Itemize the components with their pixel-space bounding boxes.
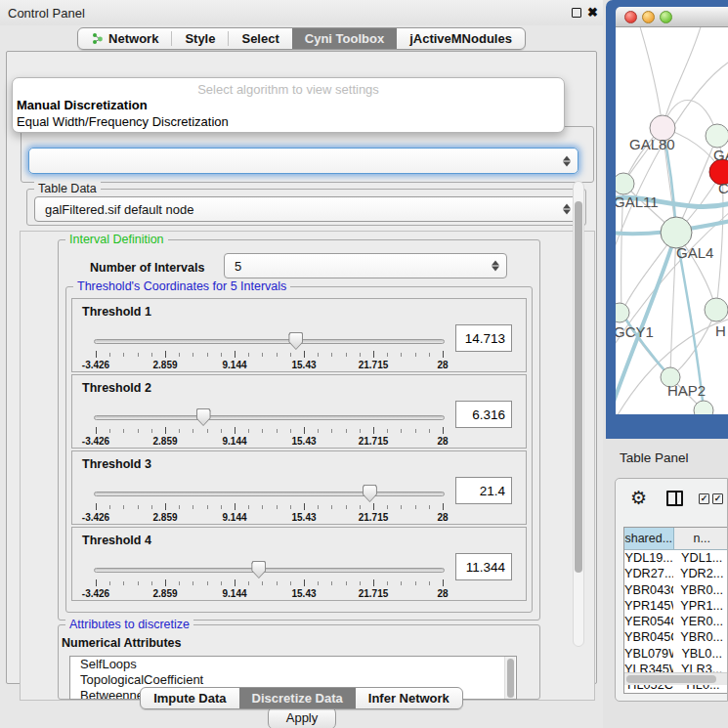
table-row[interactable]: YBL079WYBL0... (624, 646, 728, 662)
table-cell[interactable]: YER054C (624, 614, 673, 629)
panel-scrollbar[interactable] (573, 181, 584, 647)
algorithm-combobox[interactable] (28, 148, 578, 174)
table-row[interactable]: YBR043CYBR0... (624, 582, 728, 598)
threshold-slider[interactable]: -3.4262.8599.14415.4321.71528 (96, 483, 443, 522)
slider-thumb[interactable] (288, 332, 303, 350)
attribute-item[interactable]: TopologicalCoefficient (70, 672, 516, 688)
option-equal-width-frequency[interactable]: Equal Width/Frequency Discretization (17, 114, 229, 129)
scrollbar-thumb[interactable] (626, 675, 716, 683)
tab-network[interactable]: Network (78, 28, 171, 49)
slider-track[interactable] (94, 415, 445, 420)
gear-icon[interactable]: ⚙ (630, 487, 647, 509)
table-row[interactable]: YER054CYER0... (624, 614, 728, 629)
slider-tick (96, 579, 97, 586)
tab-jactivemnodules[interactable]: jActiveMNodules (397, 28, 525, 49)
table-data-title: Table Data (34, 182, 101, 195)
scrollbar-thumb[interactable] (575, 201, 582, 573)
network-canvas[interactable]: GAL80GACGAL11GAL4GCY1HHAP2 (616, 27, 728, 414)
option-manual-discretization[interactable]: Manual Discretization (17, 98, 148, 112)
table-cell[interactable]: YDR27... (624, 566, 673, 581)
network-node-label: GAL4 (676, 244, 713, 261)
table-row[interactable]: YBR045CYBR0... (624, 629, 728, 645)
slider-scale-label: 15.43 (282, 588, 325, 599)
slider-scale-label: 2.859 (144, 588, 187, 599)
threshold-value-field[interactable] (455, 477, 512, 504)
table-data-combobox[interactable]: galFiltered.sif default node (34, 196, 578, 222)
slider-tick (109, 429, 110, 433)
table-cell[interactable]: YDL19... (624, 550, 673, 566)
table-cell[interactable]: YBL0... (673, 646, 728, 662)
table-cell[interactable]: YBL079W (624, 646, 673, 662)
tab-select[interactable]: Select (229, 28, 291, 49)
table-panel: ⚙ ✓ ✓ shared... n... YDL19...YDL1...YDR2… (615, 478, 728, 702)
slider-tick (248, 429, 249, 433)
tab-discretize-data[interactable]: Discretize Data (239, 688, 356, 708)
table-cell[interactable]: YER0... (673, 614, 728, 629)
slider-tick (304, 427, 305, 434)
network-window-titlebar[interactable] (616, 7, 728, 27)
zoom-traffic-light[interactable] (660, 11, 672, 23)
slider-tick (151, 581, 152, 585)
table-cell[interactable]: YBR0... (673, 629, 728, 645)
table-row[interactable]: YDL19...YDL1... (624, 550, 728, 566)
slider-tick (429, 429, 430, 433)
threshold-value-field[interactable] (455, 324, 512, 352)
network-node-node-gal11[interactable] (616, 173, 634, 194)
table-cell[interactable]: YBR0... (673, 582, 728, 598)
threshold-slider[interactable]: -3.4262.8599.14415.4321.71528 (96, 559, 443, 598)
table-cell[interactable]: YPR145W (624, 598, 673, 614)
slider-tick (290, 353, 291, 357)
slider-tick (360, 353, 361, 357)
slider-thumb[interactable] (363, 485, 377, 502)
tab-cyni-toolbox[interactable]: Cyni Toolbox (292, 28, 397, 49)
threshold-slider[interactable]: -3.4262.8599.14415.4321.71528 (96, 330, 443, 369)
threshold-panel: Threshold 3 -3.4262.8599.14415.4321.7152… (71, 450, 527, 525)
network-node-node-top-right[interactable] (706, 124, 728, 148)
table-horizontal-scrollbar[interactable] (624, 672, 728, 685)
network-node-node-right-mid[interactable] (705, 298, 728, 321)
close-traffic-light[interactable] (624, 11, 637, 23)
tab-impute-data[interactable]: Impute Data (141, 688, 238, 708)
slider-tick (401, 581, 402, 585)
slider-tick (96, 503, 97, 510)
table-cell[interactable]: YBR045C (624, 629, 673, 645)
slider-thumb[interactable] (196, 408, 211, 426)
table-cell[interactable]: YDR2... (673, 566, 728, 581)
slider-tick (290, 581, 291, 585)
table-row[interactable]: YDR27...YDR2... (624, 566, 728, 581)
slider-scale-label: 28 (421, 436, 464, 447)
threshold-slider[interactable]: -3.4262.8599.14415.4321.71528 (96, 407, 443, 446)
slider-track[interactable] (94, 492, 445, 496)
slider-tick (318, 505, 319, 509)
slider-thumb[interactable] (251, 561, 266, 578)
network-node-node-bottom[interactable] (694, 401, 713, 414)
split-columns-icon[interactable] (666, 491, 683, 506)
checkbox-icon[interactable]: ✓ (699, 493, 709, 504)
checkbox-icon[interactable]: ✓ (712, 493, 723, 504)
slider-tick (318, 581, 319, 585)
table-cell[interactable]: YDL1... (673, 550, 728, 566)
slider-tick (138, 581, 139, 585)
number-of-intervals-combobox[interactable]: 5 (224, 253, 507, 278)
tab-style[interactable]: Style (172, 28, 228, 49)
column-header-shared-name[interactable]: shared... (624, 528, 674, 549)
slider-track[interactable] (94, 339, 445, 344)
table-header-row: shared... n... (624, 528, 728, 550)
float-window-icon[interactable] (572, 8, 581, 18)
table-row[interactable]: YPR145WYPR1... (624, 598, 728, 614)
slider-tick (401, 429, 402, 433)
apply-button[interactable]: Apply (268, 707, 336, 728)
attribute-item[interactable]: SelfLoops (70, 657, 516, 672)
close-icon[interactable]: ✖ (587, 5, 598, 20)
slider-tick (277, 429, 278, 433)
table-cell[interactable]: YBR043C (624, 582, 673, 598)
slider-tick (318, 429, 319, 433)
threshold-value-field[interactable] (455, 401, 512, 428)
slider-scale-label: 15.43 (282, 512, 325, 523)
column-header-name[interactable]: n... (674, 528, 728, 549)
tab-infer-network[interactable]: Infer Network (356, 688, 462, 708)
slider-track[interactable] (94, 568, 445, 573)
threshold-value-field[interactable] (455, 553, 512, 580)
minimize-traffic-light[interactable] (642, 11, 655, 23)
table-cell[interactable]: YPR1... (673, 598, 728, 614)
